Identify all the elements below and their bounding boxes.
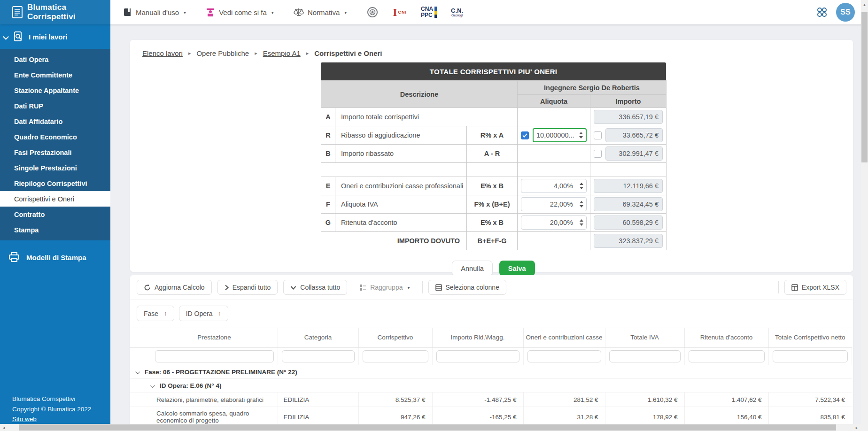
sidebar-item-ente-committente[interactable]: Ente Committente — [0, 67, 110, 83]
footer-app-name: Blumatica Corrispettivi — [12, 394, 110, 404]
spin-up-icon[interactable] — [580, 183, 583, 185]
book-icon — [124, 8, 132, 17]
col-totale-iva[interactable]: Totale IVA — [605, 328, 684, 348]
filter-prestazione-input[interactable] — [155, 350, 274, 362]
cni-logo: I CNI — [393, 7, 407, 18]
sidebar-item-stazione-appaltante[interactable]: Stazione Appaltante — [0, 83, 110, 98]
sidebar-item-riepilogo-corrispettivi[interactable]: Riepilogo Corrispettivi — [0, 176, 110, 191]
salva-button[interactable]: Salva — [499, 261, 535, 276]
sidebar-item-dati-affidatario[interactable]: Dati Affidatario — [0, 114, 110, 129]
collapse-chevron-icon[interactable] — [150, 383, 155, 388]
horizontal-scroll-thumb[interactable] — [19, 424, 836, 431]
sidebar-item-dati-opera[interactable]: Dati Opera — [0, 52, 110, 67]
spin-down-icon[interactable] — [580, 187, 583, 189]
toolbar-separator — [778, 281, 779, 293]
app-logo[interactable]: Blumatica Corrispettivi — [0, 0, 110, 24]
filter-iva-input[interactable] — [609, 350, 681, 362]
annulla-button[interactable]: Annulla — [452, 261, 492, 276]
spin-up-icon[interactable] — [579, 132, 583, 134]
espandi-tutto-button[interactable]: Espandi tutto — [217, 280, 278, 295]
grid-data-row[interactable]: Relazioni, planimetrie, elaborati grafic… — [130, 393, 852, 407]
sidebar-item-corrispettivi-e-oneri[interactable]: Corrispettivi e Oneri — [0, 191, 110, 207]
col-corrispettivo[interactable]: Corrispettivo — [358, 328, 432, 348]
sidebar-models-label: Modelli di Stampa — [26, 254, 86, 262]
toolbar-separator — [422, 281, 423, 293]
sidebar-item-modelli-di-stampa[interactable]: Modelli di Stampa — [0, 246, 110, 269]
export-xlsx-button[interactable]: Export XLSX — [784, 280, 846, 295]
group-row-fase[interactable]: Fase: 06 - PROGETTAZIONE PRELIMINARE (N°… — [130, 365, 852, 379]
scroll-up-icon[interactable]: ▲ — [861, 1, 868, 8]
col-importo-rid-magg[interactable]: Importo Rid.\Magg. — [432, 328, 523, 348]
ribassato-importo-checkbox[interactable] — [594, 150, 602, 158]
vertical-scroll-thumb[interactable] — [861, 12, 868, 162]
raggruppa-dropdown[interactable]: Raggruppa ▾ — [353, 280, 416, 295]
breadcrumb-elenco-lavori[interactable]: Elenco lavori — [142, 49, 183, 57]
spin-up-icon[interactable] — [580, 201, 583, 203]
filter-categoria-input[interactable] — [282, 350, 355, 362]
col-ritenuta[interactable]: Ritenuta d'acconto — [684, 328, 768, 348]
col-categoria[interactable]: Categoria — [278, 328, 358, 348]
ribasso-importo-field: 33.665,72 € — [605, 128, 663, 142]
ribasso-percent-input[interactable]: 10,000000... — [533, 128, 587, 142]
row-letter: G — [321, 214, 335, 232]
filter-importo-rid-input[interactable] — [436, 350, 519, 362]
spin-down-icon[interactable] — [580, 205, 583, 208]
row-letter: A — [321, 108, 335, 126]
collassa-tutto-button[interactable]: Collassa tutto — [283, 280, 347, 295]
sidebar-item-singole-prestazioni[interactable]: Singole Prestazioni — [0, 160, 110, 176]
col-prestazione[interactable]: Prestazione — [151, 328, 278, 348]
expander-column-header — [130, 328, 151, 348]
menu-normativa[interactable]: Normativa ▾ — [294, 8, 347, 17]
user-avatar[interactable]: SS — [836, 3, 855, 22]
spin-down-icon[interactable] — [579, 136, 583, 139]
col-header-aliquota: Aliquota — [518, 95, 590, 108]
sidebar-section-lavori[interactable]: I miei lavori — [0, 24, 110, 49]
ritenuta-percent-input[interactable]: 20,00% — [521, 216, 587, 230]
horizontal-scrollbar[interactable]: ◂ ▸ — [0, 424, 868, 431]
spin-up-icon[interactable] — [580, 219, 583, 222]
group-row-id-opera[interactable]: ID Opera: E.06 (N° 4) — [130, 379, 852, 393]
refresh-icon — [144, 284, 151, 291]
filter-netto-input[interactable] — [773, 350, 848, 362]
iva-percent-input[interactable]: 22,00% — [521, 197, 587, 211]
spin-down-icon[interactable] — [580, 223, 583, 226]
republic-emblem-logo — [366, 6, 379, 18]
seleziona-colonne-button[interactable]: Seleziona colonne — [428, 280, 506, 295]
sidebar-item-stampa[interactable]: Stampa — [0, 222, 110, 238]
col-totale-netto[interactable]: Totale Corrispettivo netto — [768, 328, 852, 348]
menu-vedi-label: Vedi come si fa — [219, 8, 267, 16]
oneri-percent-input[interactable]: 4,00% — [521, 179, 587, 193]
group-chip-id-opera[interactable]: ID Opera ↑ — [179, 306, 228, 321]
spinner[interactable] — [577, 216, 586, 229]
menu-manuali[interactable]: Manuali d'uso ▾ — [124, 8, 186, 17]
breadcrumb-esempio-a1[interactable]: Esempio A1 — [263, 49, 301, 57]
footer-sito-web-link[interactable]: Sito web — [12, 416, 37, 423]
spinner[interactable] — [577, 179, 586, 192]
menu-vedi-come-si-fa[interactable]: Vedi come si fa ▾ — [206, 8, 274, 17]
sidebar-item-quadro-economico[interactable]: Quadro Economico — [0, 129, 110, 145]
collapse-chevron-icon[interactable] — [135, 369, 140, 374]
apps-grid-icon[interactable] — [816, 7, 828, 18]
spinner[interactable] — [576, 129, 586, 141]
col-oneri-casse[interactable]: Oneri e contribuzioni casse — [523, 328, 605, 348]
scroll-right-icon[interactable]: ▸ — [853, 424, 860, 431]
ritenuta-importo-field: 60.598,29 € — [594, 216, 663, 230]
ribasso-enable-checkbox[interactable] — [521, 131, 529, 139]
filter-oneri-input[interactable] — [527, 350, 601, 362]
ribasso-importo-checkbox[interactable] — [594, 131, 602, 139]
sidebar-item-contratto[interactable]: Contratto — [0, 207, 110, 222]
scroll-left-icon[interactable]: ◂ — [0, 424, 8, 431]
group-chip-fase[interactable]: Fase ↑ — [137, 306, 174, 321]
spinner[interactable] — [577, 198, 586, 211]
breadcrumb-opere-pubbliche[interactable]: Opere Pubbliche — [196, 49, 249, 57]
chevron-down-icon — [290, 285, 296, 290]
filter-ritenuta-input[interactable] — [689, 350, 765, 362]
vertical-scrollbar[interactable]: ▲ — [861, 0, 868, 431]
aggiorna-calcolo-button[interactable]: Aggiorna Calcolo — [137, 280, 212, 295]
caret-down-icon: ▾ — [407, 285, 410, 290]
row-ritenuta: G Ritenuta d'acconto E% x B 20,00% 60.59… — [321, 214, 666, 232]
sidebar-nav: Dati Opera Ente Committente Stazione App… — [0, 49, 110, 240]
sidebar-item-fasi-prestazionali[interactable]: Fasi Prestazionali — [0, 145, 110, 160]
sidebar-item-dati-rup[interactable]: Dati RUP — [0, 98, 110, 114]
filter-corrispettivo-input[interactable] — [363, 350, 428, 362]
